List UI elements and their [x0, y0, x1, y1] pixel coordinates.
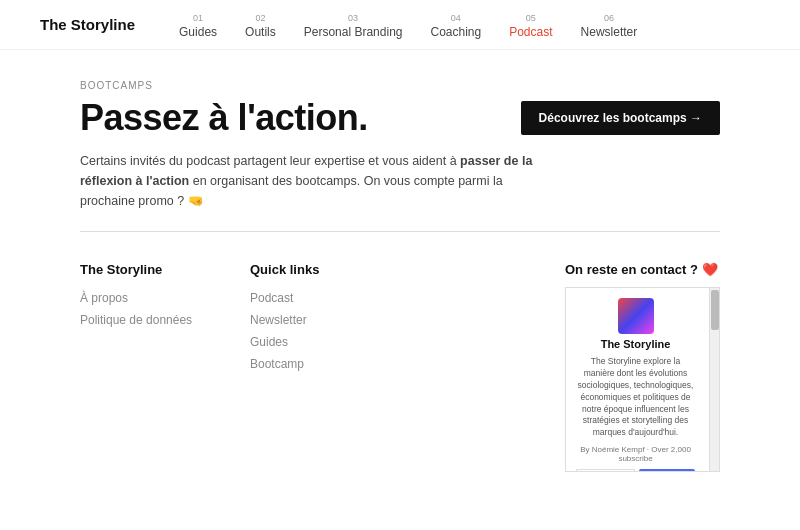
nav-count-newsletter: 06	[604, 13, 614, 23]
newsletter-widget: The Storyline The Storyline explore la m…	[565, 287, 720, 472]
hero-top: Passez à l'action. Découvrez les bootcam…	[80, 97, 720, 139]
scrollbar-thumb	[711, 290, 719, 330]
widget-logo-icon	[618, 298, 654, 334]
main-nav: 01 Guides 02 Outils 03 Personal Branding…	[165, 11, 760, 39]
nav-item-outils[interactable]: 02 Outils	[231, 11, 290, 39]
section-label: BOOTCAMPS	[80, 80, 720, 91]
newsletter-title: On reste en contact ? ❤️	[565, 262, 720, 277]
nav-label-guides: Guides	[179, 25, 217, 39]
footer-link-apropos[interactable]: À propos	[80, 291, 200, 305]
nav-count-outils: 02	[255, 13, 265, 23]
widget-description: The Storyline explore la manière dont le…	[576, 356, 695, 439]
widget-brand-name: The Storyline	[601, 338, 671, 350]
footer-col2-title: Quick links	[250, 262, 370, 277]
widget-byline: By Noémie Kempf · Over 2,000 subscribe	[576, 445, 695, 463]
nav-item-personal-branding[interactable]: 03 Personal Branding	[290, 11, 417, 39]
nav-item-guides[interactable]: 01 Guides	[165, 11, 231, 39]
hero-description: Certains invités du podcast partagent le…	[80, 151, 560, 211]
header: The Storyline 01 Guides 02 Outils 03 Per…	[0, 0, 800, 50]
widget-logo-area: The Storyline	[576, 298, 695, 350]
nav-label-coaching: Coaching	[430, 25, 481, 39]
nav-item-podcast[interactable]: 05 Podcast	[495, 11, 566, 39]
nav-label-podcast: Podcast	[509, 25, 552, 39]
nav-count-podcast: 05	[526, 13, 536, 23]
footer-link-guides[interactable]: Guides	[250, 335, 370, 349]
footer-newsletter-section: On reste en contact ? ❤️ The Storyline T…	[565, 262, 720, 472]
newsletter-star: ❤️	[702, 262, 718, 277]
subscribe-button[interactable]: Subscribe	[639, 469, 695, 472]
footer-link-bootcamp[interactable]: Bootcamp	[250, 357, 370, 371]
widget-input-row: Subscribe	[576, 469, 695, 472]
nav-item-newsletter[interactable]: 06 Newsletter	[567, 11, 652, 39]
nav-count-guides: 01	[193, 13, 203, 23]
newsletter-title-text: On reste en contact ?	[565, 262, 698, 277]
widget-inner: The Storyline The Storyline explore la m…	[566, 288, 709, 472]
nav-label-outils: Outils	[245, 25, 276, 39]
main-content: BOOTCAMPS Passez à l'action. Découvrez l…	[0, 50, 800, 232]
footer-link-newsletter[interactable]: Newsletter	[250, 313, 370, 327]
nav-item-coaching[interactable]: 04 Coaching	[416, 11, 495, 39]
hero-section: BOOTCAMPS Passez à l'action. Découvrez l…	[80, 50, 720, 232]
hero-desc-part1: Certains invités du podcast partagent le…	[80, 154, 460, 168]
nav-label-personal-branding: Personal Branding	[304, 25, 403, 39]
discover-bootcamps-button[interactable]: Découvrez les bootcamps →	[521, 101, 720, 135]
site-logo[interactable]: The Storyline	[40, 16, 135, 33]
footer: The Storyline À propos Politique de donn…	[0, 232, 800, 472]
nav-count-coaching: 04	[451, 13, 461, 23]
widget-scrollbar[interactable]	[709, 288, 719, 471]
footer-link-podcast[interactable]: Podcast	[250, 291, 370, 305]
email-input[interactable]	[576, 469, 635, 472]
footer-col1-title: The Storyline	[80, 262, 200, 277]
nav-count-personal-branding: 03	[348, 13, 358, 23]
footer-col-quicklinks: Quick links Podcast Newsletter Guides Bo…	[250, 262, 370, 472]
footer-link-politique[interactable]: Politique de données	[80, 313, 200, 327]
footer-col-storyline: The Storyline À propos Politique de donn…	[80, 262, 200, 472]
hero-title: Passez à l'action.	[80, 97, 368, 139]
nav-label-newsletter: Newsletter	[581, 25, 638, 39]
